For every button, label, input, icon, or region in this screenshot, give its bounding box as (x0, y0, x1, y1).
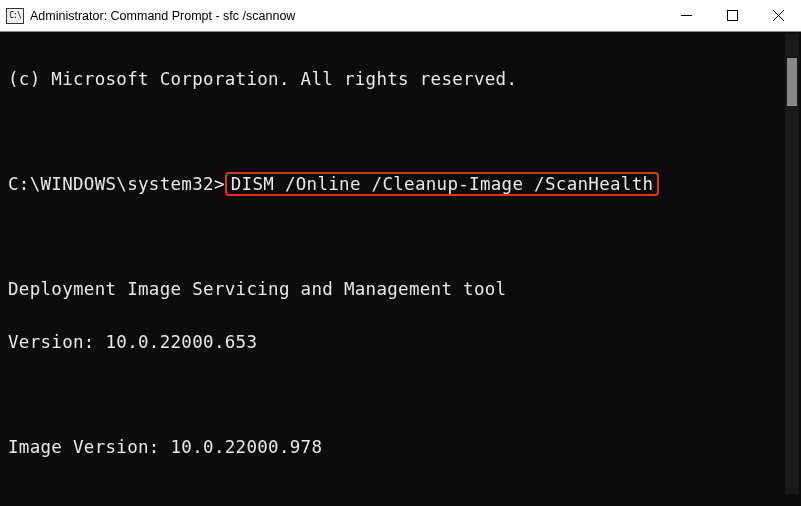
titlebar[interactable]: C:\ Administrator: Command Prompt - sfc … (0, 0, 801, 32)
copyright-line: (c) Microsoft Corporation. All rights re… (8, 66, 793, 92)
minimize-button[interactable] (663, 0, 709, 32)
image-version: Image Version: 10.0.22000.978 (8, 434, 793, 460)
scrollbar-thumb[interactable] (787, 58, 797, 106)
window-title: Administrator: Command Prompt - sfc /sca… (30, 9, 295, 23)
command-prompt-window: C:\ Administrator: Command Prompt - sfc … (0, 0, 801, 506)
svg-rect-1 (727, 11, 737, 21)
prompt-path: C:\WINDOWS\system32> (8, 174, 225, 194)
highlighted-command-dism: DISM /Online /Cleanup-Image /ScanHealth (225, 172, 660, 196)
cmd-icon: C:\ (6, 8, 24, 24)
close-button[interactable] (755, 0, 801, 32)
maximize-button[interactable] (709, 0, 755, 32)
dism-version: Version: 10.0.22000.653 (8, 329, 793, 355)
vertical-scrollbar[interactable] (785, 34, 799, 494)
dism-title: Deployment Image Servicing and Managemen… (8, 276, 793, 302)
console-output[interactable]: (c) Microsoft Corporation. All rights re… (0, 32, 801, 506)
